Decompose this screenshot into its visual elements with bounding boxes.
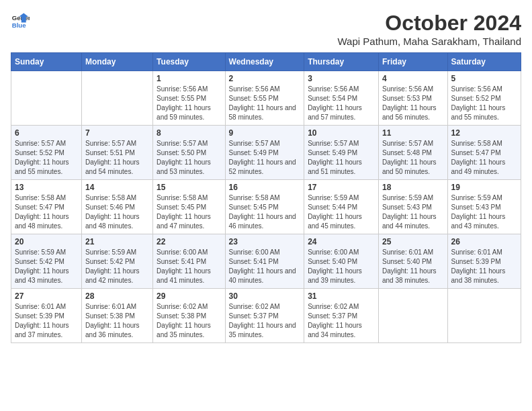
col-thursday: Thursday — [304, 53, 379, 71]
col-saturday: Saturday — [447, 53, 521, 71]
day-info: Sunrise: 5:59 AM Sunset: 5:43 PM Dayligh… — [382, 193, 444, 231]
calendar-cell — [82, 71, 153, 126]
calendar-cell: 15Sunrise: 5:58 AM Sunset: 5:45 PM Dayli… — [153, 180, 225, 234]
calendar-cell: 14Sunrise: 5:58 AM Sunset: 5:46 PM Dayli… — [82, 180, 153, 234]
day-number: 6 — [15, 128, 78, 138]
calendar-cell: 26Sunrise: 6:01 AM Sunset: 5:39 PM Dayli… — [447, 234, 521, 289]
day-info: Sunrise: 5:58 AM Sunset: 5:45 PM Dayligh… — [157, 193, 221, 231]
day-number: 13 — [15, 183, 78, 192]
day-number: 14 — [85, 183, 149, 192]
col-tuesday: Tuesday — [153, 53, 225, 71]
day-number: 8 — [157, 128, 221, 138]
calendar-cell: 24Sunrise: 6:00 AM Sunset: 5:40 PM Dayli… — [304, 234, 379, 289]
day-number: 11 — [382, 128, 444, 138]
calendar-week-5: 27Sunrise: 6:01 AM Sunset: 5:39 PM Dayli… — [11, 289, 521, 343]
svg-text:General: General — [12, 14, 30, 21]
day-info: Sunrise: 5:58 AM Sunset: 5:47 PM Dayligh… — [15, 193, 78, 231]
day-info: Sunrise: 6:00 AM Sunset: 5:41 PM Dayligh… — [229, 248, 301, 285]
day-info: Sunrise: 5:56 AM Sunset: 5:54 PM Dayligh… — [308, 85, 375, 122]
day-number: 29 — [157, 291, 221, 301]
day-number: 10 — [308, 128, 375, 138]
day-info: Sunrise: 6:00 AM Sunset: 5:40 PM Dayligh… — [308, 248, 375, 285]
day-info: Sunrise: 5:56 AM Sunset: 5:55 PM Dayligh… — [229, 85, 301, 122]
day-info: Sunrise: 6:01 AM Sunset: 5:39 PM Dayligh… — [451, 248, 517, 285]
day-number: 12 — [451, 128, 517, 138]
day-number: 25 — [382, 237, 444, 246]
page-header: General Blue October 2024 Wapi Pathum, M… — [11, 11, 521, 47]
calendar-week-1: 1Sunrise: 5:56 AM Sunset: 5:55 PM Daylig… — [11, 71, 521, 126]
day-info: Sunrise: 5:56 AM Sunset: 5:55 PM Dayligh… — [157, 85, 221, 122]
day-number: 3 — [308, 74, 375, 83]
day-number: 1 — [157, 74, 221, 83]
calendar-week-3: 13Sunrise: 5:58 AM Sunset: 5:47 PM Dayli… — [11, 180, 521, 234]
day-info: Sunrise: 6:02 AM Sunset: 5:37 PM Dayligh… — [229, 302, 301, 340]
calendar-cell: 20Sunrise: 5:59 AM Sunset: 5:42 PM Dayli… — [11, 234, 82, 289]
calendar-cell: 6Sunrise: 5:57 AM Sunset: 5:52 PM Daylig… — [11, 126, 82, 180]
calendar-cell: 8Sunrise: 5:57 AM Sunset: 5:50 PM Daylig… — [153, 126, 225, 180]
col-wednesday: Wednesday — [225, 53, 304, 71]
calendar-cell: 5Sunrise: 5:56 AM Sunset: 5:52 PM Daylig… — [447, 71, 521, 126]
calendar-cell: 11Sunrise: 5:57 AM Sunset: 5:48 PM Dayli… — [378, 126, 447, 180]
calendar-body: 1Sunrise: 5:56 AM Sunset: 5:55 PM Daylig… — [11, 71, 521, 343]
day-number: 24 — [308, 237, 375, 246]
day-info: Sunrise: 5:59 AM Sunset: 5:42 PM Dayligh… — [85, 248, 149, 285]
day-number: 15 — [157, 183, 221, 192]
day-number: 16 — [229, 183, 301, 192]
calendar-cell: 29Sunrise: 6:02 AM Sunset: 5:38 PM Dayli… — [153, 289, 225, 343]
calendar-cell: 28Sunrise: 6:01 AM Sunset: 5:38 PM Dayli… — [82, 289, 153, 343]
calendar-week-4: 20Sunrise: 5:59 AM Sunset: 5:42 PM Dayli… — [11, 234, 521, 289]
day-info: Sunrise: 5:57 AM Sunset: 5:49 PM Dayligh… — [308, 139, 375, 177]
subtitle: Wapi Pathum, Maha Sarakham, Thailand — [338, 36, 521, 47]
calendar-cell: 22Sunrise: 6:00 AM Sunset: 5:41 PM Dayli… — [153, 234, 225, 289]
day-number: 20 — [15, 237, 78, 246]
calendar-cell — [447, 289, 521, 343]
day-info: Sunrise: 5:56 AM Sunset: 5:53 PM Dayligh… — [382, 85, 444, 122]
day-info: Sunrise: 5:57 AM Sunset: 5:52 PM Dayligh… — [15, 139, 78, 177]
day-number: 28 — [85, 291, 149, 301]
day-number: 22 — [157, 237, 221, 246]
day-number: 26 — [451, 237, 517, 246]
day-number: 31 — [308, 291, 375, 301]
day-number: 19 — [451, 183, 517, 192]
day-info: Sunrise: 5:57 AM Sunset: 5:50 PM Dayligh… — [157, 139, 221, 177]
calendar-cell: 23Sunrise: 6:00 AM Sunset: 5:41 PM Dayli… — [225, 234, 304, 289]
day-info: Sunrise: 6:02 AM Sunset: 5:37 PM Dayligh… — [308, 302, 375, 340]
calendar-cell: 17Sunrise: 5:59 AM Sunset: 5:44 PM Dayli… — [304, 180, 379, 234]
col-monday: Monday — [82, 53, 153, 71]
day-info: Sunrise: 5:59 AM Sunset: 5:44 PM Dayligh… — [308, 193, 375, 231]
calendar-table: Sunday Monday Tuesday Wednesday Thursday… — [11, 52, 521, 343]
calendar-cell: 16Sunrise: 5:58 AM Sunset: 5:45 PM Dayli… — [225, 180, 304, 234]
calendar-cell — [11, 71, 82, 126]
day-info: Sunrise: 5:59 AM Sunset: 5:42 PM Dayligh… — [15, 248, 78, 285]
day-info: Sunrise: 6:01 AM Sunset: 5:38 PM Dayligh… — [85, 302, 149, 340]
day-number: 23 — [229, 237, 301, 246]
title-section: October 2024 Wapi Pathum, Maha Sarakham,… — [338, 11, 521, 47]
day-info: Sunrise: 5:57 AM Sunset: 5:48 PM Dayligh… — [382, 139, 444, 177]
calendar-cell: 13Sunrise: 5:58 AM Sunset: 5:47 PM Dayli… — [11, 180, 82, 234]
day-number: 2 — [229, 74, 301, 83]
calendar-cell: 3Sunrise: 5:56 AM Sunset: 5:54 PM Daylig… — [304, 71, 379, 126]
calendar-cell: 19Sunrise: 5:59 AM Sunset: 5:43 PM Dayli… — [447, 180, 521, 234]
day-number: 27 — [15, 291, 78, 301]
calendar-cell: 7Sunrise: 5:57 AM Sunset: 5:51 PM Daylig… — [82, 126, 153, 180]
calendar-cell: 4Sunrise: 5:56 AM Sunset: 5:53 PM Daylig… — [378, 71, 447, 126]
calendar-cell: 2Sunrise: 5:56 AM Sunset: 5:55 PM Daylig… — [225, 71, 304, 126]
day-info: Sunrise: 5:57 AM Sunset: 5:51 PM Dayligh… — [85, 139, 149, 177]
day-number: 30 — [229, 291, 301, 301]
calendar-cell: 25Sunrise: 6:01 AM Sunset: 5:40 PM Dayli… — [378, 234, 447, 289]
calendar-cell: 27Sunrise: 6:01 AM Sunset: 5:39 PM Dayli… — [11, 289, 82, 343]
day-info: Sunrise: 5:58 AM Sunset: 5:46 PM Dayligh… — [85, 193, 149, 231]
col-friday: Friday — [378, 53, 447, 71]
logo-icon: General Blue — [11, 11, 30, 30]
day-info: Sunrise: 5:59 AM Sunset: 5:43 PM Dayligh… — [451, 193, 517, 231]
day-info: Sunrise: 6:01 AM Sunset: 5:40 PM Dayligh… — [382, 248, 444, 285]
logo: General Blue — [11, 11, 30, 30]
calendar-cell — [378, 289, 447, 343]
day-number: 7 — [85, 128, 149, 138]
day-number: 21 — [85, 237, 149, 246]
day-info: Sunrise: 6:00 AM Sunset: 5:41 PM Dayligh… — [157, 248, 221, 285]
day-info: Sunrise: 5:58 AM Sunset: 5:47 PM Dayligh… — [451, 139, 517, 177]
day-number: 5 — [451, 74, 517, 83]
calendar-cell: 1Sunrise: 5:56 AM Sunset: 5:55 PM Daylig… — [153, 71, 225, 126]
day-number: 18 — [382, 183, 444, 192]
